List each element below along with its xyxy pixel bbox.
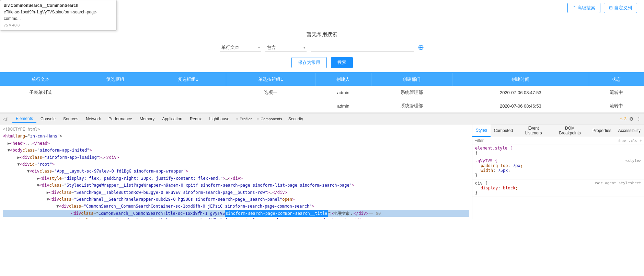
- dom-line-html: <html lang="zh-cmn-Hans">: [3, 133, 469, 140]
- cell-col8-row1: 流转中: [589, 86, 644, 99]
- col-header-1: 单行文本: [0, 73, 81, 86]
- cell-col6-row2: 系统管理部: [371, 99, 452, 113]
- devtools-tab-bar: ◁ ⬚ Elements Console Sources Network Per…: [0, 113, 644, 124]
- tab-redux[interactable]: Redux: [186, 115, 205, 123]
- field-type-select[interactable]: 单行文本 复选框组 单选按钮组: [220, 43, 261, 52]
- dom-line-common-search-container: ▼ <div class="CommonSearch__CommonSearch…: [3, 203, 469, 210]
- cell-col6-row1: 系统管理部: [371, 86, 452, 99]
- col-header-6: 创建部门: [371, 73, 452, 86]
- condition-select-wrapper: 包含 等于 不包含 ▾: [265, 43, 307, 52]
- customize-columns-button[interactable]: ⊞ 自定义列: [604, 3, 637, 13]
- styles-tab-event-listeners[interactable]: Event Listeners: [516, 124, 551, 137]
- styles-tab-styles[interactable]: Styles: [472, 124, 491, 137]
- cell-col1-row2: [0, 99, 81, 113]
- tab-profiler[interactable]: ⚛ Profiler: [233, 115, 254, 122]
- styles-tab-computed[interactable]: Computed: [491, 124, 516, 137]
- styles-filter-row: :hov .cls +: [472, 137, 644, 144]
- col-header-5: 创建人: [315, 73, 371, 86]
- style-prop-display: display: block;: [475, 186, 641, 190]
- tab-network[interactable]: Network: [82, 115, 104, 123]
- more-options-icon[interactable]: ⋮: [636, 116, 641, 122]
- devtools-icons-area: ⚠ 3 ⚙ ⋮: [619, 116, 641, 122]
- tooltip-subclasses: cTitle-sc-1oxd9fh-1.gVyTVS.sinoform-sear…: [4, 9, 113, 22]
- search-input[interactable]: [311, 43, 414, 52]
- devtools-panel: ◁ ⬚ Elements Console Sources Network Per…: [0, 113, 644, 219]
- col-header-8: 状态: [589, 73, 644, 86]
- cell-col5-row2: admin: [315, 99, 371, 113]
- col-header-4: 单选按钮组1: [226, 73, 315, 86]
- cell-col5-row1: admin: [315, 86, 371, 99]
- style-selector-div: div {: [475, 181, 487, 186]
- table-row[interactable]: admin 系统管理部 2020-07-06 08:46:53 流转中: [0, 99, 644, 113]
- devtools-arrow-left-icon[interactable]: ◁: [3, 116, 7, 122]
- style-selector-gvytvs: .gVyTVS {: [475, 158, 497, 163]
- tab-performance[interactable]: Performance: [105, 115, 136, 123]
- tab-elements[interactable]: Elements: [12, 115, 36, 123]
- styles-tab-properties[interactable]: Properties: [589, 124, 615, 137]
- style-source-gvytvs: <style>: [625, 158, 641, 163]
- dom-line-search-panel: ▼ <div class="SearchPanel__SearchPanelWr…: [3, 196, 469, 203]
- styles-panel: Styles Computed Event Listeners DOM Brea…: [472, 124, 644, 219]
- dom-line-buttons-row: ▶ <div class="SearchPage__TableButtonRow…: [3, 189, 469, 196]
- dom-line-doctype: <!DOCTYPE html>: [3, 126, 469, 133]
- tab-security[interactable]: Security: [285, 115, 307, 123]
- style-source-div: user agent stylesheet: [594, 181, 641, 186]
- add-filter-button[interactable]: ⊕: [418, 44, 424, 51]
- dom-line-list-page-wrapper: ▼ <div class="StyledListPageWrapper__Lis…: [3, 182, 469, 189]
- style-prop-width: width: 75px;: [475, 168, 641, 173]
- field-type-select-wrapper: 单行文本 复选框组 单选按钮组 ▾: [220, 43, 261, 52]
- table-header-row: 单行文本 复选框组 复选框组1 单选按钮组1 创建人 创建部门 创建时间 状态: [0, 73, 644, 86]
- tab-components[interactable]: ⚛ Components: [254, 115, 284, 122]
- col-header-7: 创建时间: [452, 73, 589, 86]
- tab-console[interactable]: Console: [37, 115, 59, 123]
- tab-memory[interactable]: Memory: [136, 115, 158, 123]
- condition-select[interactable]: 包含 等于 不包含: [265, 43, 307, 52]
- cell-col7-row2: 2020-07-06 08:46:53: [452, 99, 589, 113]
- style-block-gvytvs: .gVyTVS { <style> padding-top: 7px; widt…: [472, 157, 644, 179]
- save-common-button[interactable]: 保存为常用: [291, 57, 327, 68]
- dom-line-app-wrapper: ▼ <div class="App__Layout-sc-97alev-0 fd…: [3, 168, 469, 175]
- search-button[interactable]: 搜索: [331, 57, 353, 68]
- dom-line-app-loading: ▶ <div class="sinoform-app-loading">…</d…: [3, 154, 469, 161]
- styles-tab-accessibility[interactable]: Accessibility: [615, 124, 644, 137]
- data-table: 单行文本 复选框组 复选框组1 单选按钮组1 创建人 创建部门 创建时间 状态 …: [0, 72, 644, 113]
- tooltip-classname: div.CommonSearch__CommonSearch: [4, 2, 113, 9]
- tab-sources[interactable]: Sources: [60, 115, 82, 123]
- col-header-3: 复选框组1: [150, 73, 226, 86]
- tooltip-dimensions: 75 × 40.8: [4, 22, 113, 29]
- styles-panel-tabs: Styles Computed Event Listeners DOM Brea…: [472, 124, 644, 137]
- style-prop-padding-top: padding-top: 7px;: [475, 163, 641, 168]
- style-selector: element.style {: [475, 146, 641, 151]
- cell-col2-row2: [81, 99, 150, 113]
- style-block-div: div { user agent stylesheet display: blo…: [472, 179, 644, 197]
- cell-col7-row1: 2020-07-06 08:47:53: [452, 86, 589, 99]
- cell-col3-row2: [150, 99, 226, 113]
- cell-col4-row2: [226, 99, 315, 113]
- style-close-div: }: [475, 190, 641, 195]
- tab-application[interactable]: Application: [159, 115, 186, 123]
- cell-col3-row1: [150, 86, 226, 99]
- devtools-body: <!DOCTYPE html> <html lang="zh-cmn-Hans"…: [0, 124, 644, 219]
- dom-tree-panel[interactable]: <!DOCTYPE html> <html lang="zh-cmn-Hans"…: [0, 124, 472, 219]
- styles-filter-input[interactable]: [474, 138, 615, 143]
- style-close-gvytvs: }: [475, 173, 641, 178]
- settings-icon[interactable]: ⚙: [629, 116, 634, 122]
- advanced-search-button[interactable]: ⌃ 高级搜索: [567, 3, 601, 13]
- cell-col8-row2: 流转中: [589, 99, 644, 113]
- table-row[interactable]: 子表单测试 选项一 admin 系统管理部 2020-07-06 08:47:5…: [0, 86, 644, 99]
- devtools-inspector-icon[interactable]: ⬚: [7, 116, 12, 122]
- dom-line-flex-div: ▶ <div style="display: flex; padding-rig…: [3, 175, 469, 182]
- cell-col4-row1: 选项一: [226, 86, 315, 99]
- dom-line-conditions: ▶ <div class="CommonSearch__CommonCondit…: [3, 217, 469, 219]
- styles-tab-dom-breakpoints[interactable]: DOM Breakpoints: [551, 124, 589, 137]
- dom-line-root: ▼ <div id="root">: [3, 161, 469, 168]
- warning-badge: ⚠ 3: [619, 117, 626, 121]
- tab-lighthouse[interactable]: Lighthouse: [206, 115, 233, 123]
- cell-col1-row1: 子表单测试: [0, 86, 81, 99]
- col-header-2: 复选框组: [81, 73, 150, 86]
- dom-line-selected[interactable]: <div class="CommonSearch__CommonSearchTi…: [3, 210, 469, 217]
- style-close: }: [475, 151, 641, 155]
- dom-line-body: ▼ <body class="sinoform-app-inited">: [3, 147, 469, 154]
- style-block-element: element.style { }: [472, 144, 644, 157]
- dom-line-head: ▶ <head>...</head>: [3, 140, 469, 147]
